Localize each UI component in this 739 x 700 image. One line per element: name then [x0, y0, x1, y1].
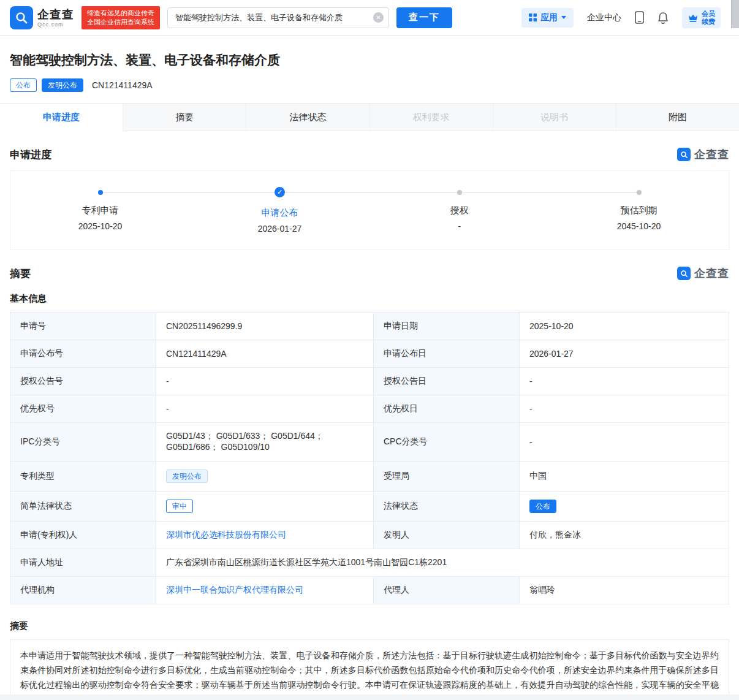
member-line1: 会员 [702, 10, 715, 18]
step-dot-filed [98, 190, 103, 195]
field-value: CN202511496299.9 [156, 313, 374, 340]
slogan-line2: 全国企业信用查询系统 [87, 18, 154, 27]
qcc-watermark-icon [677, 148, 691, 161]
field-label: 优先权日 [374, 395, 520, 423]
field-label: 代理机构 [10, 577, 156, 604]
field-label: 代理人 [374, 577, 520, 604]
field-value: 审中 [156, 492, 374, 522]
field-label: IPC分类号 [10, 423, 156, 462]
field-value: 发明公布 [156, 462, 374, 492]
applicant-link[interactable]: 深圳市优必选科技股份有限公司 [166, 530, 286, 539]
patent-tag-row: 公布 发明公布 CN121411429A [10, 78, 729, 92]
table-row: 申请公布号 CN121411429A 申请公布日 2026-01-27 [10, 340, 729, 368]
search-box: ✕ [167, 7, 389, 28]
agency-link[interactable]: 深圳中一联合知识产权代理有限公司 [166, 585, 303, 595]
table-row: 申请(专利权)人 深圳市优必选科技股份有限公司 发明人 付欣，熊金冰 [10, 522, 729, 549]
abstract-text: 本申请适用于智能驾驶技术领域，提供了一种智能驾驶控制方法、装置、电子设备和存储介… [10, 639, 729, 700]
tab-bar: 申请进度 摘要 法律状态 权利要求 说明书 附图 [0, 103, 739, 131]
status-badge: 公布 [10, 78, 37, 92]
abstract-section-head: 摘要 [0, 604, 739, 638]
apps-button[interactable]: 应用 [521, 8, 574, 28]
tab-claims[interactable]: 权利要求 [370, 104, 493, 131]
clear-icon[interactable]: ✕ [373, 12, 384, 23]
step-date: 2045-10-20 [617, 221, 661, 231]
top-header: 企查查 Qcc.com 缔造有远见的商业传奇 全国企业信用查询系统 ✕ 查一下 … [0, 0, 739, 36]
field-value: - [520, 395, 729, 423]
application-progress-panel: 专利申请 2025-10-20 ✓ 申请公布 2026-01-27 授权 - 预… [10, 170, 729, 250]
field-label: 优先权号 [10, 395, 156, 423]
tab-legal-status[interactable]: 法律状态 [246, 104, 370, 131]
table-row: 简单法律状态 审中 法律状态 公布 [10, 492, 729, 522]
bell-icon[interactable] [658, 12, 669, 24]
tab-application-progress[interactable]: 申请进度 [0, 104, 123, 131]
field-value: 中国 [520, 462, 729, 492]
step-label: 预估到期 [621, 205, 658, 216]
member-text: 会员 续费 [702, 10, 715, 26]
field-label: 申请日期 [374, 313, 520, 340]
field-value: 公布 [520, 492, 729, 522]
table-row: 专利类型 发明公布 受理局 中国 [10, 462, 729, 492]
step-label: 专利申请 [82, 205, 119, 216]
slogan-badge: 缔造有远见的商业传奇 全国企业信用查询系统 [81, 6, 160, 29]
summary-section-title: 摘要 [10, 267, 31, 281]
simple-legal-status-badge: 审中 [166, 500, 193, 513]
enterprise-center-link[interactable]: 企业中心 [587, 12, 621, 23]
field-value: 深圳市优必选科技股份有限公司 [156, 522, 374, 549]
timeline-step-expiry: 预估到期 2045-10-20 [549, 188, 729, 234]
field-label: 专利类型 [10, 462, 156, 492]
basic-info-title: 基本信息 [0, 289, 739, 312]
mobile-icon[interactable] [635, 11, 644, 24]
logo-domain: Qcc.com [37, 21, 74, 28]
field-label: 申请公布日 [374, 340, 520, 368]
abstract-title: 摘要 [10, 620, 28, 632]
search-input[interactable] [167, 7, 389, 28]
summary-section-head: 摘要 企查查 [0, 250, 739, 289]
qcc-logo[interactable]: 企查查 Qcc.com [10, 6, 74, 29]
timeline-step-published: ✓ 申请公布 2026-01-27 [190, 188, 370, 234]
field-label: CPC分类号 [374, 423, 520, 462]
basic-info-table: 申请号 CN202511496299.9 申请日期 2025-10-20 申请公… [10, 312, 729, 604]
table-row: 申请号 CN202511496299.9 申请日期 2025-10-20 [10, 313, 729, 340]
header-nav: 应用 企业中心 会员 续费 [521, 7, 729, 28]
chevron-down-icon [561, 16, 566, 19]
field-value: - [156, 368, 374, 395]
field-value: 翁唱玲 [520, 577, 729, 604]
field-value: 付欣，熊金冰 [520, 522, 729, 549]
search-button[interactable]: 查一下 [396, 7, 452, 28]
field-label: 授权公告号 [10, 368, 156, 395]
logo-text: 企查查 Qcc.com [37, 8, 74, 28]
timeline-step-filed: 专利申请 2025-10-20 [10, 188, 190, 234]
step-label: 申请公布 [262, 207, 298, 219]
grid-icon [529, 13, 537, 21]
table-row: 授权公告号 - 授权公告日 - [10, 368, 729, 395]
qcc-watermark: 企查查 [677, 147, 729, 162]
field-value: 深圳中一联合知识产权代理有限公司 [156, 577, 374, 604]
member-line2: 续费 [702, 18, 715, 26]
field-value: 2025-10-20 [520, 313, 729, 340]
bottom-divider [0, 694, 739, 700]
step-date: 2025-10-20 [78, 221, 123, 231]
step-date: - [458, 221, 461, 231]
timeline: 专利申请 2025-10-20 ✓ 申请公布 2026-01-27 授权 - 预… [10, 188, 729, 234]
field-label: 发明人 [374, 522, 520, 549]
tab-abstract[interactable]: 摘要 [123, 104, 246, 131]
tab-drawings[interactable]: 附图 [616, 104, 739, 131]
patent-type-badge: 发明公布 [42, 78, 83, 92]
table-row: 申请人地址 广东省深圳市南山区桃源街道长源社区学苑大道1001号南山智园C1栋2… [10, 549, 729, 577]
field-value: 广东省深圳市南山区桃源街道长源社区学苑大道1001号南山智园C1栋2201 [156, 549, 729, 577]
field-label: 申请号 [10, 313, 156, 340]
tab-description[interactable]: 说明书 [493, 104, 616, 131]
table-row: 代理机构 深圳中一联合知识产权代理有限公司 代理人 翁唱玲 [10, 577, 729, 604]
scrollbar-thumb[interactable] [731, 0, 739, 28]
field-value: CN121411429A [156, 340, 374, 368]
progress-section-head: 申请进度 企查查 [0, 131, 739, 170]
vip-crown-icon [688, 13, 699, 23]
field-value: - [520, 368, 729, 395]
field-label: 申请公布号 [10, 340, 156, 368]
qcc-watermark: 企查查 [677, 266, 729, 281]
patent-header: 智能驾驶控制方法、装置、电子设备和存储介质 公布 发明公布 CN12141142… [0, 36, 739, 103]
member-renew-button[interactable]: 会员 续费 [682, 7, 721, 28]
qcc-watermark-text: 企查查 [694, 266, 729, 281]
qcc-logo-icon [10, 6, 33, 29]
qcc-watermark-icon [677, 267, 691, 280]
